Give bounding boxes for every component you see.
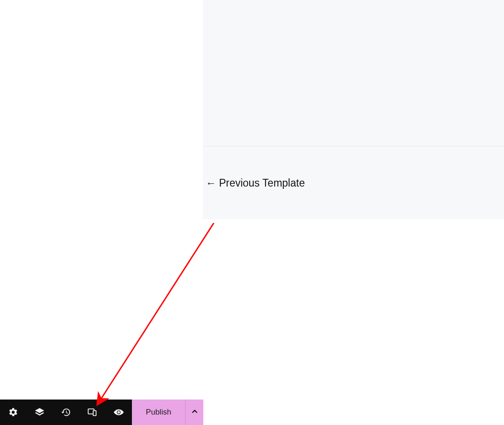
publish-button[interactable]: Publish	[132, 400, 185, 425]
history-icon	[61, 407, 71, 417]
bottom-toolbar: Publish	[0, 400, 203, 425]
history-button[interactable]	[53, 400, 79, 425]
previous-template-link[interactable]: ← Previous Template	[206, 177, 305, 189]
publish-label: Publish	[146, 408, 171, 417]
layers-icon	[35, 407, 45, 417]
responsive-button[interactable]	[79, 400, 106, 425]
annotation-arrow	[96, 223, 223, 410]
publish-options-button[interactable]	[185, 400, 203, 425]
layers-button[interactable]	[26, 400, 53, 425]
settings-button[interactable]	[0, 400, 26, 425]
responsive-icon	[87, 407, 97, 417]
template-nav-bar: ← Previous Template	[203, 147, 504, 219]
preview-button[interactable]	[106, 400, 132, 425]
gear-icon	[8, 407, 18, 417]
canvas-panel	[203, 0, 504, 147]
toolbar-icon-group	[0, 400, 132, 425]
svg-line-2	[100, 223, 214, 400]
eye-icon	[114, 407, 124, 417]
svg-rect-1	[93, 410, 96, 415]
previous-template-label: ← Previous Template	[206, 177, 305, 189]
chevron-up-icon	[191, 407, 199, 417]
